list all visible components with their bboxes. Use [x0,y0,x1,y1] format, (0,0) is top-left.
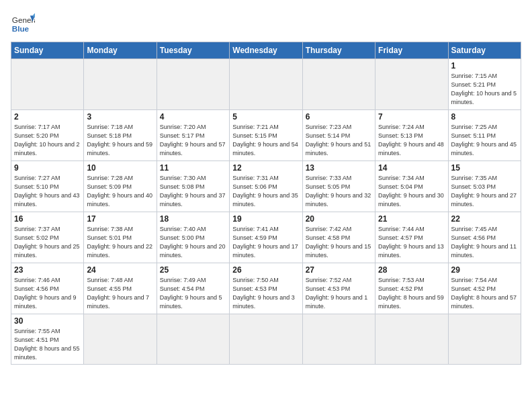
day-cell [375,314,448,365]
day-cell [84,59,157,110]
day-info: Sunrise: 7:42 AM Sunset: 4:58 PM Dayligh… [306,225,372,260]
day-info: Sunrise: 7:30 AM Sunset: 5:08 PM Dayligh… [160,174,226,209]
day-cell [230,314,302,365]
day-cell [448,314,521,365]
logo: General Blue [11,11,35,35]
week-row-4: 16Sunrise: 7:37 AM Sunset: 5:02 PM Dayli… [11,212,521,263]
day-number: 8 [451,112,518,122]
svg-text:Blue: Blue [12,24,30,33]
day-number: 13 [306,163,372,173]
day-info: Sunrise: 7:18 AM Sunset: 5:18 PM Dayligh… [87,123,153,158]
day-number: 9 [14,163,81,173]
week-row-1: 1Sunrise: 7:15 AM Sunset: 5:21 PM Daylig… [11,59,521,110]
day-cell: 4Sunrise: 7:20 AM Sunset: 5:17 PM Daylig… [157,110,229,161]
day-cell: 13Sunrise: 7:33 AM Sunset: 5:05 PM Dayli… [302,161,375,212]
day-info: Sunrise: 7:20 AM Sunset: 5:17 PM Dayligh… [160,123,226,158]
day-info: Sunrise: 7:21 AM Sunset: 5:15 PM Dayligh… [232,123,299,158]
day-info: Sunrise: 7:24 AM Sunset: 5:13 PM Dayligh… [378,123,445,158]
day-header-wednesday: Wednesday [230,42,302,59]
day-info: Sunrise: 7:53 AM Sunset: 4:52 PM Dayligh… [378,276,445,311]
day-cell [230,59,302,110]
day-header-saturday: Saturday [448,42,521,59]
day-number: 3 [87,112,153,122]
day-header-sunday: Sunday [11,42,84,59]
day-number: 23 [14,265,81,275]
day-cell [375,59,448,110]
day-number: 29 [451,265,518,275]
day-number: 12 [232,163,299,173]
day-info: Sunrise: 7:25 AM Sunset: 5:11 PM Dayligh… [451,123,518,158]
week-row-2: 2Sunrise: 7:17 AM Sunset: 5:20 PM Daylig… [11,110,521,161]
day-info: Sunrise: 7:28 AM Sunset: 5:09 PM Dayligh… [87,174,153,209]
day-cell [157,59,229,110]
day-number: 30 [14,316,81,326]
day-cell: 28Sunrise: 7:53 AM Sunset: 4:52 PM Dayli… [375,263,448,314]
day-cell: 26Sunrise: 7:50 AM Sunset: 4:53 PM Dayli… [230,263,302,314]
day-cell: 25Sunrise: 7:49 AM Sunset: 4:54 PM Dayli… [157,263,229,314]
day-number: 6 [306,112,372,122]
day-info: Sunrise: 7:50 AM Sunset: 4:53 PM Dayligh… [232,276,299,311]
day-number: 20 [306,214,372,224]
day-info: Sunrise: 7:33 AM Sunset: 5:05 PM Dayligh… [306,174,372,209]
day-info: Sunrise: 7:15 AM Sunset: 5:21 PM Dayligh… [451,72,518,107]
day-number: 10 [87,163,153,173]
header: General Blue [11,11,521,35]
day-cell: 20Sunrise: 7:42 AM Sunset: 4:58 PM Dayli… [302,212,375,263]
day-cell: 21Sunrise: 7:44 AM Sunset: 4:57 PM Dayli… [375,212,448,263]
day-number: 18 [160,214,226,224]
day-number: 26 [232,265,299,275]
day-number: 7 [378,112,445,122]
day-cell: 11Sunrise: 7:30 AM Sunset: 5:08 PM Dayli… [157,161,229,212]
day-header-thursday: Thursday [302,42,375,59]
generalblue-logo-icon: General Blue [11,11,35,35]
day-cell: 30Sunrise: 7:55 AM Sunset: 4:51 PM Dayli… [11,314,84,365]
day-cell: 10Sunrise: 7:28 AM Sunset: 5:09 PM Dayli… [84,161,157,212]
day-header-monday: Monday [84,42,157,59]
day-info: Sunrise: 7:45 AM Sunset: 4:56 PM Dayligh… [451,225,518,260]
page: General Blue SundayMondayTuesdayWednesda… [0,0,532,411]
day-number: 14 [378,163,445,173]
day-cell [157,314,229,365]
day-cell: 22Sunrise: 7:45 AM Sunset: 4:56 PM Dayli… [448,212,521,263]
day-info: Sunrise: 7:35 AM Sunset: 5:03 PM Dayligh… [451,174,518,209]
day-cell: 8Sunrise: 7:25 AM Sunset: 5:11 PM Daylig… [448,110,521,161]
day-info: Sunrise: 7:55 AM Sunset: 4:51 PM Dayligh… [14,327,81,362]
day-cell [84,314,157,365]
day-number: 2 [14,112,81,122]
day-info: Sunrise: 7:41 AM Sunset: 4:59 PM Dayligh… [232,225,299,260]
day-number: 25 [160,265,226,275]
day-number: 27 [306,265,372,275]
day-info: Sunrise: 7:31 AM Sunset: 5:06 PM Dayligh… [232,174,299,209]
day-info: Sunrise: 7:37 AM Sunset: 5:02 PM Dayligh… [14,225,81,260]
day-cell: 3Sunrise: 7:18 AM Sunset: 5:18 PM Daylig… [84,110,157,161]
day-info: Sunrise: 7:17 AM Sunset: 5:20 PM Dayligh… [14,123,81,158]
days-header-row: SundayMondayTuesdayWednesdayThursdayFrid… [11,42,521,59]
day-cell: 17Sunrise: 7:38 AM Sunset: 5:01 PM Dayli… [84,212,157,263]
day-cell: 19Sunrise: 7:41 AM Sunset: 4:59 PM Dayli… [230,212,302,263]
day-info: Sunrise: 7:34 AM Sunset: 5:04 PM Dayligh… [378,174,445,209]
day-info: Sunrise: 7:44 AM Sunset: 4:57 PM Dayligh… [378,225,445,260]
day-cell: 9Sunrise: 7:27 AM Sunset: 5:10 PM Daylig… [11,161,84,212]
day-number: 16 [14,214,81,224]
day-cell: 6Sunrise: 7:23 AM Sunset: 5:14 PM Daylig… [302,110,375,161]
day-number: 28 [378,265,445,275]
day-number: 15 [451,163,518,173]
week-row-6: 30Sunrise: 7:55 AM Sunset: 4:51 PM Dayli… [11,314,521,365]
day-number: 24 [87,265,153,275]
day-number: 5 [232,112,299,122]
week-row-3: 9Sunrise: 7:27 AM Sunset: 5:10 PM Daylig… [11,161,521,212]
day-cell: 18Sunrise: 7:40 AM Sunset: 5:00 PM Dayli… [157,212,229,263]
day-number: 11 [160,163,226,173]
day-number: 1 [451,61,518,71]
day-cell: 24Sunrise: 7:48 AM Sunset: 4:55 PM Dayli… [84,263,157,314]
day-number: 19 [232,214,299,224]
day-info: Sunrise: 7:49 AM Sunset: 4:54 PM Dayligh… [160,276,226,311]
day-cell: 1Sunrise: 7:15 AM Sunset: 5:21 PM Daylig… [448,59,521,110]
day-cell [302,59,375,110]
day-cell: 12Sunrise: 7:31 AM Sunset: 5:06 PM Dayli… [230,161,302,212]
day-cell: 5Sunrise: 7:21 AM Sunset: 5:15 PM Daylig… [230,110,302,161]
day-header-friday: Friday [375,42,448,59]
day-cell: 14Sunrise: 7:34 AM Sunset: 5:04 PM Dayli… [375,161,448,212]
day-info: Sunrise: 7:27 AM Sunset: 5:10 PM Dayligh… [14,174,81,209]
day-cell: 29Sunrise: 7:54 AM Sunset: 4:52 PM Dayli… [448,263,521,314]
